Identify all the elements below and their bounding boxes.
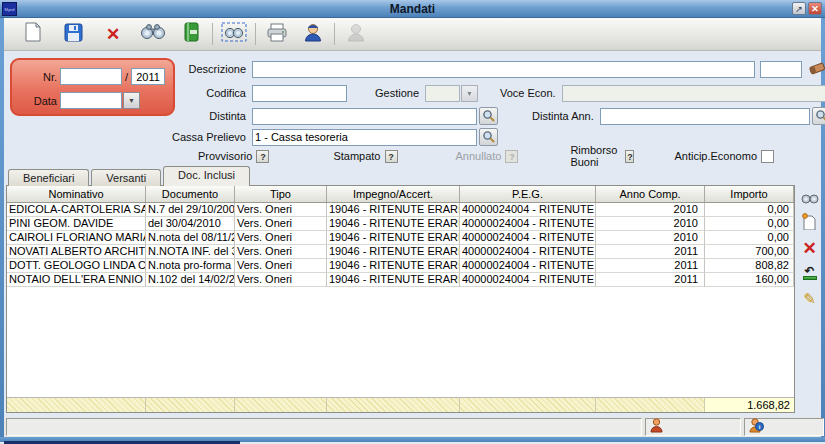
year-input[interactable]	[131, 68, 165, 85]
cell-peg: 40000024004 - RITENUTE ERA	[460, 273, 596, 287]
archive-button[interactable]	[176, 20, 206, 48]
cell-anno-comp: 2011	[596, 259, 705, 273]
table-row[interactable]: NOTAIO DELL'ERA ENNIO N.102 del 14/02/20…	[7, 273, 794, 287]
save-button[interactable]	[58, 20, 88, 48]
data-input[interactable]	[60, 92, 122, 109]
col-importo[interactable]: Importo	[705, 186, 794, 202]
status-user-info-panel[interactable]: i	[744, 418, 824, 436]
row-search-button[interactable]	[799, 188, 821, 209]
col-nominativo[interactable]: Nominativo	[7, 186, 146, 202]
status-bar: i	[4, 417, 821, 437]
flag-stampato[interactable]: Stampato ?	[333, 150, 397, 163]
binoculars-icon	[141, 24, 165, 44]
cassa-prelievo-input[interactable]	[252, 129, 477, 146]
new-document-button[interactable]	[18, 20, 48, 48]
distinta-input[interactable]	[252, 108, 477, 125]
col-documento[interactable]: Documento	[146, 186, 235, 202]
print-button[interactable]	[262, 20, 292, 48]
cell-anno-comp: 2011	[596, 273, 705, 287]
table-action-strip: ✕ ↶ ✎	[797, 188, 822, 318]
cell-tipo: Vers. Oneri	[235, 217, 327, 231]
search-selection-button[interactable]	[219, 20, 249, 48]
toolbar-separator	[212, 23, 213, 45]
cell-nominativo: NOTAIO DELL'ERA ENNIO	[7, 273, 146, 287]
cell-tipo: Vers. Oneri	[235, 203, 327, 217]
cell-importo: 160,00	[705, 273, 794, 287]
user-permissions-button[interactable]	[298, 20, 328, 48]
flag-provvisorio[interactable]: Provvisorio ?	[198, 150, 269, 163]
pencil-icon: ✎	[803, 290, 816, 308]
cell-impegno: 19046 - RITENUTE ERARIALI -	[327, 273, 460, 287]
flag-label: Rimborso Buoni	[570, 144, 621, 168]
col-tipo[interactable]: Tipo	[235, 186, 327, 202]
cell-peg: 40000024004 - RITENUTE ERA	[460, 217, 596, 231]
delete-button[interactable]: ✕	[98, 20, 128, 48]
table-row[interactable]: EDICOLA-CARTOLERIA SAMY I N.7 del 29/10/…	[7, 203, 794, 217]
delete-x-icon: ✕	[802, 240, 816, 257]
gestione-input	[425, 85, 460, 102]
flag-label: Provvisorio	[198, 150, 252, 162]
nr-input[interactable]	[60, 68, 122, 85]
status-user-panel[interactable]	[645, 418, 741, 436]
binoculars-small-icon	[801, 190, 819, 208]
magnifier-icon	[815, 109, 825, 124]
data-label: Data	[12, 95, 57, 107]
tab-beneficiari[interactable]: Beneficiari	[8, 169, 89, 186]
close-window-button[interactable]: ✕	[808, 2, 822, 15]
flag-anticip-economo[interactable]: Anticip.Economo	[674, 150, 774, 163]
restore-window-button[interactable]: ↗	[792, 2, 806, 15]
distinta-label: Distinta	[180, 110, 252, 122]
col-peg[interactable]: P.E.G.	[460, 186, 596, 202]
cell-anno-comp: 2010	[596, 203, 705, 217]
search-button[interactable]	[138, 20, 168, 48]
distinta-ann-input[interactable]	[600, 108, 810, 125]
gestione-label: Gestione	[363, 87, 425, 99]
cell-impegno: 19046 - RITENUTE ERARIALI -	[327, 259, 460, 273]
cell-documento: del 30/04/2010	[146, 217, 235, 231]
main-toolbar: ✕	[4, 18, 821, 51]
eraser-icon[interactable]	[808, 60, 825, 78]
user-red-icon	[650, 418, 663, 437]
magnifier-icon	[482, 109, 495, 124]
data-dropdown-button[interactable]: ▼	[123, 92, 140, 109]
cell-peg: 40000024004 - RITENUTE ERA	[460, 231, 596, 245]
table-row[interactable]: DOTT. GEOLOGO LINDA CORT N.nota pro-form…	[7, 259, 794, 273]
tristate-checkbox[interactable]: ?	[256, 150, 269, 163]
codifica-input[interactable]	[252, 85, 347, 102]
user-gray-icon	[347, 22, 365, 46]
tab-versanti[interactable]: Versanti	[91, 169, 161, 186]
table-row[interactable]: NOVATI ALBERTO ARCHITETTO N.NOTA INF. de…	[7, 245, 794, 259]
cell-peg: 40000024004 - RITENUTE ERA	[460, 203, 596, 217]
row-undo-button[interactable]: ↶	[799, 263, 821, 284]
table-row[interactable]: PINI GEOM. DAVIDE del 30/04/2010 Vers. O…	[7, 217, 794, 231]
table-empty-area	[7, 287, 794, 397]
row-edit-button[interactable]: ✎	[799, 288, 821, 309]
printer-icon	[266, 23, 288, 46]
toolbar-separator	[255, 23, 256, 45]
flag-rimborso-buoni[interactable]: Rimborso Buoni ?	[570, 144, 634, 168]
tristate-checkbox[interactable]: ?	[385, 150, 398, 163]
tristate-checkbox[interactable]: ?	[625, 150, 634, 163]
table-row[interactable]: CAIROLI FLORIANO MARIA N.nota del 08/11/…	[7, 231, 794, 245]
voce-econ-label: Voce Econ.	[500, 87, 562, 99]
distinta-ann-search-button[interactable]	[812, 107, 825, 125]
flag-label: Annullato	[456, 150, 502, 162]
cell-importo: 700,00	[705, 245, 794, 259]
distinta-ann-label: Distinta Ann.	[532, 110, 600, 122]
tab-doc-inclusi[interactable]: Doc. Inclusi	[163, 166, 250, 186]
cell-documento: N.nota pro-forma 18	[146, 259, 235, 273]
col-impegno[interactable]: Impegno/Accert.	[327, 186, 460, 202]
cell-nominativo: CAIROLI FLORIANO MARIA	[7, 231, 146, 245]
documents-table: Nominativo Documento Tipo Impegno/Accert…	[6, 185, 795, 413]
col-anno-comp[interactable]: Anno Comp.	[596, 186, 705, 202]
flag-annullato: Annullato ?	[456, 150, 519, 163]
codifica-label: Codifica	[180, 87, 252, 99]
row-add-button[interactable]	[799, 213, 821, 234]
descrizione-input[interactable]	[252, 61, 755, 78]
cassa-prelievo-search-button[interactable]	[479, 128, 498, 146]
distinta-search-button[interactable]	[479, 107, 498, 125]
checkbox[interactable]	[761, 150, 774, 163]
cell-impegno: 19046 - RITENUTE ERARIALI -	[327, 217, 460, 231]
row-delete-button[interactable]: ✕	[799, 238, 821, 259]
descrizione-extra-input[interactable]	[760, 61, 802, 78]
